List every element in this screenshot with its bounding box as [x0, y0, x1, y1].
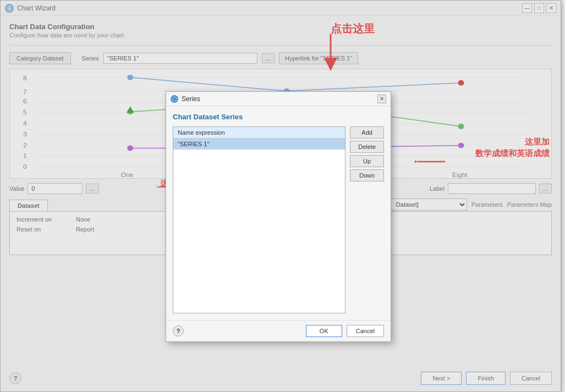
modal-delete-button[interactable]: Delete — [350, 141, 384, 153]
modal-up-button[interactable]: Up — [350, 155, 384, 167]
modal-title-bar: Series ✕ — [166, 92, 391, 106]
modal-icon — [171, 95, 178, 103]
modal-add-button[interactable]: Add — [350, 126, 384, 139]
modal-list-header: Name expression — [173, 127, 345, 139]
svg-point-37 — [172, 97, 177, 101]
modal-cancel-button[interactable]: Cancel — [347, 325, 384, 337]
modal-action-buttons: Add Delete Up Down — [350, 126, 384, 313]
modal-list[interactable]: Name expression "SERIES 1" — [173, 126, 345, 313]
modal-content: Chart Dataset Series Name expression "SE… — [166, 106, 391, 320]
modal-help-button[interactable]: ? — [173, 325, 184, 336]
main-window: Chart Wizard — □ ✕ Chart Data Configurat… — [0, 0, 561, 392]
modal-title: Series — [182, 95, 377, 103]
series-modal: Series ✕ Chart Dataset Series Name expre… — [166, 91, 391, 342]
modal-down-button[interactable]: Down — [350, 169, 384, 181]
modal-close-button[interactable]: ✕ — [377, 95, 386, 103]
modal-table-area: Name expression "SERIES 1" Add Delete Up… — [173, 126, 384, 313]
modal-series-item[interactable]: "SERIES 1" — [173, 139, 345, 150]
modal-section-title: Chart Dataset Series — [173, 113, 384, 121]
modal-empty-area — [173, 150, 345, 303]
modal-action-bar: OK Cancel — [306, 325, 384, 337]
modal-ok-button[interactable]: OK — [306, 325, 342, 337]
modal-bottom-bar: ? OK Cancel — [166, 320, 391, 341]
